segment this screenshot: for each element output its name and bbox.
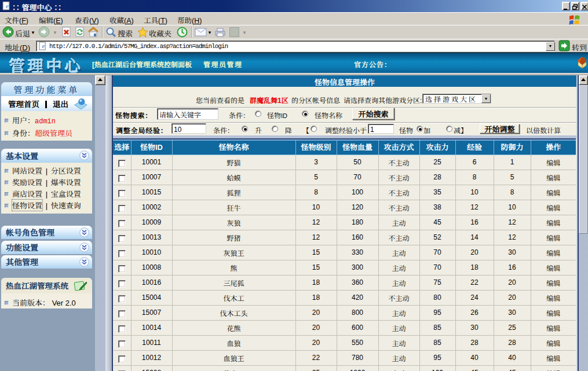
svg-text:e: e (6, 2, 9, 9)
svg-text:e: e (42, 43, 45, 49)
